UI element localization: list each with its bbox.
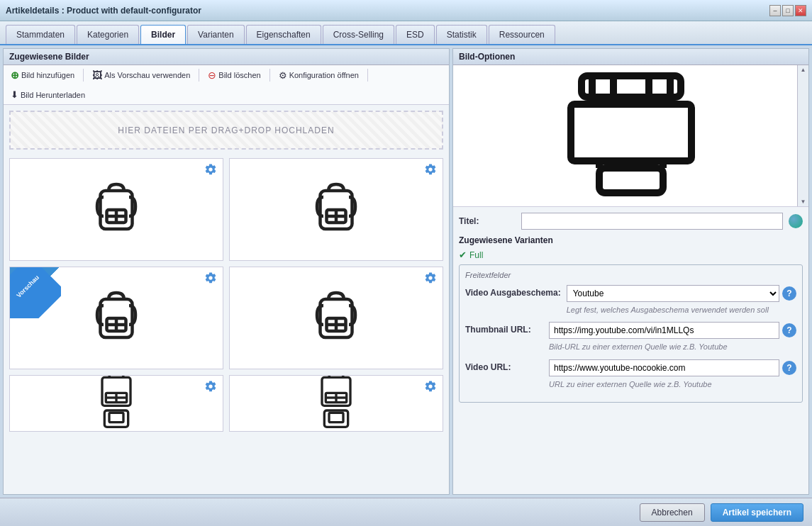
- save-button[interactable]: Artikel speichern: [711, 503, 803, 522]
- preview-button[interactable]: 🖼 Als Vorschau verwenden: [89, 68, 193, 82]
- check-icon: ✔: [459, 250, 467, 260]
- video-url-help-button[interactable]: ?: [782, 361, 796, 375]
- cancel-button[interactable]: Abbrechen: [640, 503, 705, 522]
- thumbnail-url-row: Thumbnail URL: ? Bild-URL zu einer exter…: [465, 322, 796, 352]
- download-button[interactable]: ⬇ Bild Herunterladen: [8, 88, 88, 101]
- video-schema-control: Youtube Vimeo Other ? Legt fest, welches…: [567, 285, 796, 315]
- image-toolbar: ⊕ Bild hinzufügen 🖼 Als Vorschau verwend…: [4, 65, 449, 105]
- minimize-button[interactable]: –: [769, 5, 781, 16]
- tab-bilder[interactable]: Bilder: [140, 25, 186, 44]
- video-schema-hint: Legt fest, welches Ausgabeschema verwend…: [567, 305, 769, 315]
- svg-rect-32: [599, 168, 663, 193]
- svg-rect-31: [571, 104, 691, 161]
- delete-button[interactable]: ⊖ Bild löschen: [205, 68, 263, 82]
- tab-eigenschaften[interactable]: Eigenschaften: [246, 25, 321, 44]
- titel-label: Titel:: [459, 216, 516, 226]
- tab-kategorien[interactable]: Kategorien: [77, 25, 139, 44]
- right-panel: Bild-Optionen ▲ ▼: [452, 48, 809, 495]
- right-panel-header: Bild-Optionen: [453, 49, 808, 65]
- add-icon: ⊕: [11, 69, 19, 81]
- svg-rect-21: [109, 413, 123, 422]
- bottom-bar: Abbrechen Artikel speichern: [0, 498, 812, 526]
- image-grid: Vorschau: [9, 158, 443, 432]
- tab-esd[interactable]: ESD: [396, 25, 435, 44]
- video-schema-help-button[interactable]: ?: [782, 286, 796, 301]
- left-panel: Zugewiesene Bilder ⊕ Bild hinzufügen 🖼 A…: [3, 48, 450, 495]
- maximize-button[interactable]: □: [782, 5, 794, 16]
- variant-item: ✔ Full: [459, 250, 803, 260]
- video-schema-label: Video Ausgabeschema:: [465, 285, 561, 298]
- tab-statistik[interactable]: Statistik: [436, 25, 487, 44]
- image-grid-container[interactable]: Vorschau: [4, 155, 449, 494]
- svg-rect-29: [592, 76, 613, 97]
- video-url-row: Video URL: ? URL zu einer externen Quell…: [465, 359, 796, 389]
- gear-icon[interactable]: [204, 380, 218, 394]
- image-item[interactable]: [9, 375, 223, 432]
- globe-icon[interactable]: [789, 214, 803, 228]
- main-content: Zugewiesene Bilder ⊕ Bild hinzufügen 🖼 A…: [0, 45, 812, 498]
- svg-rect-27: [329, 413, 343, 422]
- divider: [269, 69, 270, 82]
- video-url-hint: URL zu einer externen Quelle wie z.B. Yo…: [549, 379, 712, 389]
- window-title: Artikeldetails : Product with default-co…: [6, 6, 201, 16]
- thumbnail-url-input[interactable]: [549, 322, 779, 339]
- drop-zone[interactable]: HIER DATEIEN PER DRAG+DROP HOCHLADEN: [9, 111, 443, 150]
- video-url-label: Video URL:: [465, 359, 543, 372]
- divider: [83, 69, 84, 82]
- add-image-button[interactable]: ⊕ Bild hinzufügen: [8, 68, 77, 82]
- thumbnail-url-hint: Bild-URL zu einer externen Quelle wie z.…: [549, 342, 728, 352]
- scroll-up-icon[interactable]: ▲: [801, 67, 806, 73]
- gear-icon[interactable]: [424, 272, 438, 286]
- image-item[interactable]: [229, 267, 443, 369]
- image-item-preview[interactable]: Vorschau: [9, 267, 223, 369]
- thumbnail-url-control: ? Bild-URL zu einer externen Quelle wie …: [549, 322, 796, 352]
- video-schema-row: Video Ausgabeschema: Youtube Vimeo Other…: [465, 285, 796, 315]
- tab-stammdaten[interactable]: Stammdaten: [6, 25, 75, 44]
- thumbnail-url-help-button[interactable]: ?: [782, 323, 796, 337]
- gear-icon[interactable]: [204, 272, 218, 286]
- delete-icon: ⊖: [208, 69, 216, 81]
- preview-scrollbar[interactable]: ▲ ▼: [797, 65, 808, 206]
- titel-input[interactable]: [521, 213, 783, 230]
- config-button[interactable]: ⚙ Konfiguration öffnen: [276, 69, 362, 82]
- divider: [367, 69, 368, 82]
- video-url-control: ? URL zu einer externen Quelle wie z.B. …: [549, 359, 796, 389]
- close-button[interactable]: ✕: [795, 5, 806, 16]
- divider: [199, 69, 199, 82]
- config-icon: ⚙: [279, 70, 287, 81]
- tab-cross-selling[interactable]: Cross-Selling: [323, 25, 394, 44]
- thumbnail-url-label: Thumbnail URL:: [465, 322, 543, 335]
- titel-row: Titel:: [459, 213, 803, 230]
- title-bar: Artikeldetails : Product with default-co…: [0, 0, 812, 21]
- video-schema-select[interactable]: Youtube Vimeo Other: [567, 285, 779, 302]
- gear-icon[interactable]: [424, 380, 438, 394]
- gear-icon[interactable]: [204, 163, 218, 177]
- right-body: Titel: Zugewiesene Varianten ✔ Full Frei…: [453, 207, 808, 494]
- tab-bar: Stammdaten Kategorien Bilder Varianten E…: [0, 21, 812, 45]
- window-controls: – □ ✕: [769, 5, 806, 16]
- preview-image-container: ▲ ▼: [453, 65, 808, 207]
- left-panel-header: Zugewiesene Bilder: [4, 49, 449, 65]
- variants-section-title: Zugewiesene Varianten: [459, 235, 803, 245]
- gear-icon[interactable]: [424, 163, 438, 177]
- freitextfelder-box: Freitextfelder Video Ausgabeschema: Yout…: [459, 264, 803, 403]
- download-icon: ⬇: [11, 89, 18, 100]
- tab-ressourcen[interactable]: Ressourcen: [489, 25, 555, 44]
- image-item[interactable]: [229, 375, 443, 432]
- svg-rect-30: [649, 76, 670, 97]
- image-item[interactable]: [9, 158, 223, 261]
- variant-label: Full: [469, 250, 483, 260]
- scroll-down-icon[interactable]: ▼: [801, 198, 806, 205]
- large-preview-image: [553, 69, 709, 203]
- tab-varianten[interactable]: Varianten: [187, 25, 244, 44]
- image-item[interactable]: [229, 158, 443, 261]
- preview-icon: 🖼: [92, 69, 102, 81]
- video-url-input[interactable]: [549, 359, 779, 376]
- freitext-title: Freitextfelder: [465, 271, 796, 279]
